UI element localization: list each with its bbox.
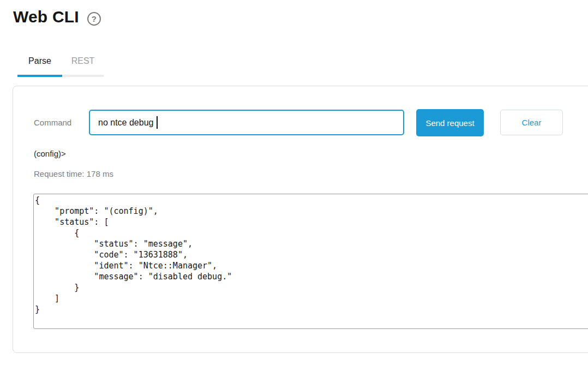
command-label: Command — [34, 118, 71, 127]
tab-parse-label: Parse — [28, 56, 51, 75]
parse-panel: Command Send request Clear (config)> Req… — [13, 86, 588, 353]
help-icon[interactable]: ? — [87, 12, 101, 26]
cli-prompt: (config)> — [34, 149, 66, 158]
header: Web CLI ? — [13, 8, 101, 26]
command-input[interactable] — [90, 111, 403, 134]
command-input-wrapper — [89, 110, 404, 135]
clear-button[interactable]: Clear — [500, 110, 563, 135]
response-output[interactable]: { "prompt": "(config)", "status": [ { "s… — [33, 194, 588, 329]
text-cursor — [157, 116, 158, 129]
request-time: Request time: 178 ms — [34, 169, 113, 178]
tab-bar: Parse REST — [17, 54, 104, 77]
tab-rest-label: REST — [71, 56, 95, 75]
send-request-button[interactable]: Send request — [416, 109, 484, 136]
tab-parse[interactable]: Parse — [17, 54, 62, 77]
tab-rest[interactable]: REST — [62, 54, 104, 77]
page-title: Web CLI — [13, 8, 79, 26]
web-cli-page: Web CLI ? Parse REST Command Send reques… — [0, 0, 588, 365]
